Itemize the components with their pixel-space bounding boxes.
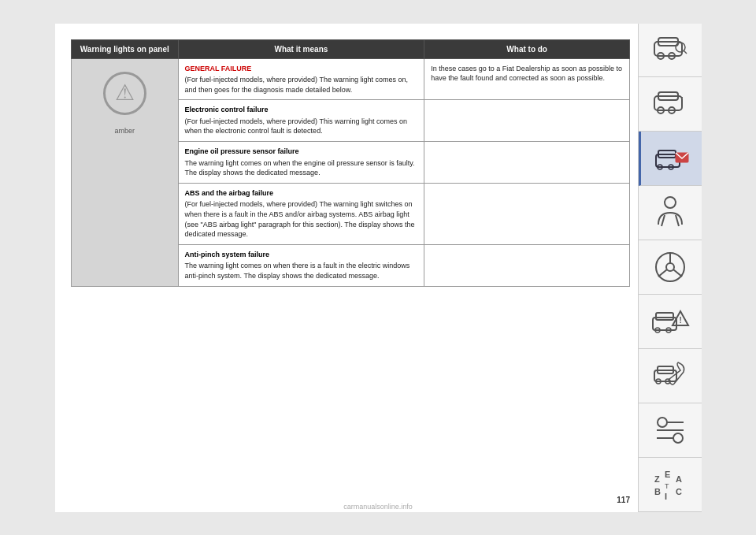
header-panel: Warning lights on panel xyxy=(72,39,179,58)
means-text-3: The warning light comes on when the engi… xyxy=(185,159,415,177)
do-cell-4 xyxy=(424,183,630,244)
car-info-icon: i xyxy=(650,84,690,124)
table-row: ⚠ amber GENERAL FAILURE (For fuel-inject… xyxy=(72,58,630,100)
do-cell-1: In these cases go to a Fiat Dealership a… xyxy=(424,58,630,100)
svg-point-16 xyxy=(665,197,676,208)
svg-rect-25 xyxy=(656,313,673,320)
means-text-1: (For fuel-injected models, where provide… xyxy=(185,76,408,94)
alphabet-icon: Z E A B I C T xyxy=(650,465,690,504)
svg-line-17 xyxy=(662,215,665,226)
means-text-2: (For fuel-injected models, where provide… xyxy=(185,117,407,136)
warning-table: Warning lights on panel What it means Wh… xyxy=(71,39,630,287)
means-cell-5: Anti-pinch system failure The warning li… xyxy=(178,244,424,286)
svg-text:T: T xyxy=(665,482,669,490)
svg-text:C: C xyxy=(676,487,682,496)
person-icon xyxy=(650,193,690,232)
sidebar: i xyxy=(638,24,701,512)
svg-text:A: A xyxy=(676,474,682,484)
sidebar-item-settings-list[interactable] xyxy=(639,403,702,458)
amber-label: amber xyxy=(78,126,172,136)
sidebar-item-car-search[interactable] xyxy=(639,24,702,78)
row-title-4: ABS and the airbag failure xyxy=(185,188,418,199)
icon-cell: ⚠ amber xyxy=(72,58,179,286)
row-title-5: Anti-pinch system failure xyxy=(185,250,418,260)
main-content: Warning lights on panel What it means Wh… xyxy=(55,24,638,512)
do-cell-5 xyxy=(424,244,630,286)
steering-icon xyxy=(650,247,690,287)
means-text-5: The warning light comes on when there is… xyxy=(185,262,410,280)
header-do: What to do xyxy=(424,39,630,58)
sidebar-item-warning-light[interactable] xyxy=(639,132,702,186)
sidebar-item-car-info[interactable]: i xyxy=(639,77,702,132)
car-search-icon xyxy=(650,30,690,69)
header-means: What it means xyxy=(178,39,424,58)
svg-point-20 xyxy=(666,263,674,271)
means-cell-4: ABS and the airbag failure (For fuel-inj… xyxy=(178,183,424,244)
sidebar-item-steering[interactable] xyxy=(639,240,702,295)
sidebar-item-car-triangle[interactable]: ! xyxy=(639,295,702,349)
sidebar-item-tools[interactable] xyxy=(639,349,702,403)
sidebar-item-person[interactable] xyxy=(639,186,702,240)
tools-icon xyxy=(650,356,690,396)
svg-text:Z: Z xyxy=(654,474,660,484)
svg-point-38 xyxy=(673,433,683,443)
page: Warning lights on panel What it means Wh… xyxy=(55,24,701,512)
svg-text:!: ! xyxy=(680,316,682,325)
do-cell-3 xyxy=(424,142,630,184)
svg-text:I: I xyxy=(665,492,667,501)
row-title-3: Engine oil pressure sensor failure xyxy=(185,147,418,157)
svg-line-22 xyxy=(658,269,667,277)
svg-text:i: i xyxy=(680,95,684,108)
car-triangle-icon: ! xyxy=(650,302,690,341)
svg-point-34 xyxy=(658,418,667,427)
svg-line-18 xyxy=(676,215,679,226)
svg-text:E: E xyxy=(665,470,670,479)
row-title-2: Electronic control failure xyxy=(185,105,418,115)
means-cell-3: Engine oil pressure sensor failure The w… xyxy=(178,142,424,184)
settings-list-icon xyxy=(650,411,690,450)
svg-line-5 xyxy=(684,50,687,54)
row-title-1: GENERAL FAILURE xyxy=(185,64,418,74)
means-cell-2: Electronic control failure (For fuel-inj… xyxy=(178,100,424,142)
warning-triangle-icon: ⚠ xyxy=(103,72,146,115)
svg-text:B: B xyxy=(654,487,661,496)
warning-light-icon xyxy=(652,139,691,178)
svg-line-23 xyxy=(673,269,682,277)
do-cell-2 xyxy=(424,100,630,142)
watermark: carmanualsonline.info xyxy=(55,501,701,512)
means-cell-1: GENERAL FAILURE (For fuel-injected model… xyxy=(178,58,424,100)
do-text-1: In these cases go to a Fiat Dealership a… xyxy=(431,65,622,83)
means-text-4: (For fuel-injected models, where provide… xyxy=(185,200,415,238)
